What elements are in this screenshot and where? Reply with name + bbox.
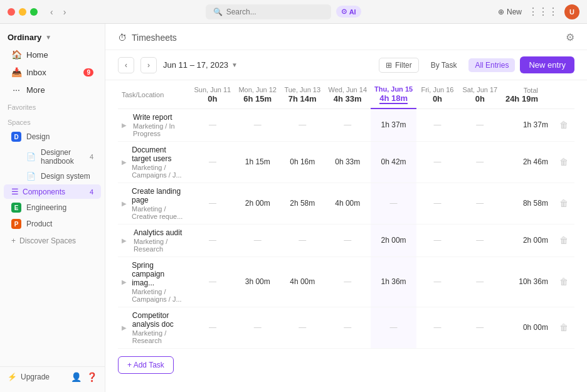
add-task-button[interactable]: + Add Task [118,356,174,374]
delete-icon[interactable]: 🗑 [557,235,571,245]
avatar[interactable]: U [564,4,579,19]
cell-sat-3[interactable]: — [458,224,502,257]
cell-wed-0[interactable]: — [324,109,371,141]
cell-tue-2[interactable]: 2h 58m [280,183,324,224]
discover-spaces[interactable]: + Discover Spaces [4,233,101,248]
cell-fri-3[interactable]: — [416,224,458,257]
search-input[interactable] [226,8,314,16]
cell-mon-4[interactable]: 3h 00m [235,257,280,307]
filter-button[interactable]: ⊞ Filter [379,58,419,73]
row-expand-icon[interactable]: ▶ [122,324,129,331]
sidebar-item-engineering[interactable]: E Engineering [4,200,101,215]
timesheet-table: Task/Location Sun, Jun 11 0h Mon, Jun 12 [118,80,574,349]
prev-week-button[interactable]: ‹ [118,57,134,73]
cell-tue-3[interactable]: — [280,224,324,257]
cell-wed-5[interactable]: — [324,307,371,348]
cell-thu-1[interactable]: 0h 42m [371,141,416,183]
delete-icon[interactable]: 🗑 [557,277,571,287]
row-expand-icon[interactable]: ▶ [122,200,128,207]
sidebar-item-more[interactable]: ··· More [4,82,101,98]
cell-sun-0[interactable]: — [190,109,235,141]
cell-delete-1[interactable]: 🗑 [553,141,574,183]
settings-icon[interactable]: ⚙ [566,31,574,43]
row-expand-icon[interactable]: ▶ [122,278,128,285]
cell-sun-5[interactable]: — [190,307,235,348]
minimize-button[interactable] [19,8,26,16]
grid-icon[interactable]: ⋮⋮⋮ [528,6,558,18]
sidebar-item-design[interactable]: D Design [4,129,101,144]
user-icon[interactable]: 👤 [71,372,82,382]
cell-sun-3[interactable]: — [190,224,235,257]
cell-mon-3[interactable]: — [235,224,280,257]
cell-wed-1[interactable]: 0h 33m [324,141,371,183]
new-button[interactable]: ⊕ New [498,8,522,16]
engineering-label: Engineering [26,203,66,212]
cell-sun-1[interactable]: — [190,141,235,183]
cell-tue-5[interactable]: — [280,307,324,348]
cell-thu-0[interactable]: 1h 37m [371,109,416,141]
cell-sun-2[interactable]: — [190,183,235,224]
cell-mon-2[interactable]: 2h 00m [235,183,280,224]
cell-thu-3[interactable]: 2h 00m [371,224,416,257]
cell-thu-4[interactable]: 1h 36m [371,257,416,307]
new-entry-button[interactable]: New entry [520,56,574,73]
cell-delete-3[interactable]: 🗑 [553,224,574,257]
cell-delete-0[interactable]: 🗑 [553,109,574,141]
delete-icon[interactable]: 🗑 [557,198,571,208]
cell-wed-2[interactable]: 4h 00m [324,183,371,224]
close-button[interactable] [8,8,15,16]
delete-icon[interactable]: 🗑 [557,157,571,167]
sidebar-item-designer-handbook[interactable]: 📄 Designer handbook 4 [4,146,101,168]
upgrade-button[interactable]: ⚡ Upgrade [8,373,50,381]
row-expand-icon[interactable]: ▶ [122,159,128,166]
cell-mon-0[interactable]: — [235,109,280,141]
row-expand-icon[interactable]: ▶ [122,237,130,244]
cell-sat-4[interactable]: — [458,257,502,307]
cell-thu-2[interactable]: — [371,183,416,224]
by-task-button[interactable]: By Task [424,58,464,73]
delete-icon[interactable]: 🗑 [557,120,571,130]
cell-sat-2[interactable]: — [458,183,502,224]
cell-delete-4[interactable]: 🗑 [553,257,574,307]
cell-fri-2[interactable]: — [416,183,458,224]
back-button[interactable]: ‹ [48,6,56,18]
maximize-button[interactable] [30,8,38,16]
next-week-button[interactable]: › [140,57,157,73]
cell-mon-5[interactable]: — [235,307,280,348]
delete-icon[interactable]: 🗑 [557,322,571,332]
cell-fri-0[interactable]: — [416,109,458,141]
help-icon[interactable]: ❓ [87,372,97,382]
cell-mon-1[interactable]: 1h 15m [235,141,280,183]
cell-tue-0[interactable]: — [280,109,324,141]
cell-sat-1[interactable]: — [458,141,502,183]
cell-fri-1[interactable]: — [416,141,458,183]
designer-handbook-label: Designer handbook [41,148,85,166]
search-bar[interactable]: 🔍 [206,4,331,19]
row-expand-icon[interactable]: ▶ [122,122,129,129]
cell-fri-4[interactable]: — [416,257,458,307]
components-count: 4 [90,188,93,196]
workspace-selector[interactable]: Ordinary ▼ [0,29,105,46]
main-content: ⏱ Timesheets ⚙ ‹ › Jun 11 – 17, 2023 ▼ ⊞… [105,24,587,392]
spaces-label: Spaces [0,114,105,129]
cell-sat-5[interactable]: — [458,307,502,348]
cell-delete-5[interactable]: 🗑 [553,307,574,348]
cell-wed-4[interactable]: — [324,257,371,307]
sidebar-item-inbox[interactable]: 📥 Inbox 9 [4,64,101,80]
cell-sun-4[interactable]: — [190,257,235,307]
cell-fri-5[interactable]: — [416,307,458,348]
cell-delete-2[interactable]: 🗑 [553,183,574,224]
cell-tue-1[interactable]: 0h 16m [280,141,324,183]
sidebar-item-home[interactable]: 🏠 Home [4,46,101,63]
sidebar-item-components[interactable]: ☰ Components 4 [4,184,101,199]
date-range[interactable]: Jun 11 – 17, 2023 ▼ [163,60,238,70]
table-row: ▶ Write report Marketing / In Progress —… [118,109,574,141]
sidebar-item-product[interactable]: P Product [4,216,101,231]
cell-thu-5[interactable]: — [371,307,416,348]
sidebar-item-design-system[interactable]: 📄 Design system [4,169,101,183]
forward-button[interactable]: › [61,6,69,18]
cell-wed-3[interactable]: — [324,224,371,257]
all-entries-button[interactable]: All Entries [468,58,515,72]
cell-sat-0[interactable]: — [458,109,502,141]
cell-tue-4[interactable]: 4h 00m [280,257,324,307]
